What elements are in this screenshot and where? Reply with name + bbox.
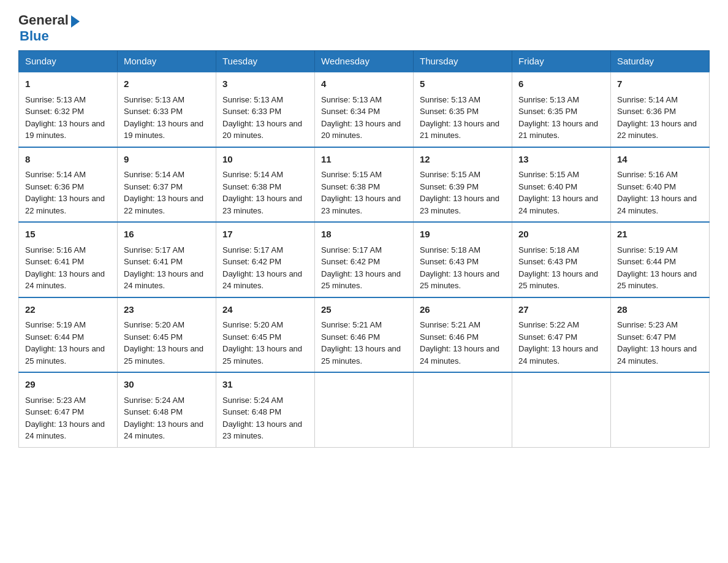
day-sunset: Sunset: 6:43 PM — [420, 257, 479, 266]
day-sunrise: Sunrise: 5:15 AM — [518, 170, 579, 179]
day-number: 4 — [321, 77, 407, 91]
day-number: 15 — [25, 228, 111, 242]
day-daylight: Daylight: 13 hours and 24 minutes. — [222, 269, 302, 291]
day-sunrise: Sunrise: 5:13 AM — [518, 95, 579, 104]
day-sunset: Sunset: 6:45 PM — [124, 332, 183, 342]
day-sunset: Sunset: 6:37 PM — [124, 182, 183, 191]
calendar-day-13: 13 Sunrise: 5:15 AM Sunset: 6:40 PM Dayl… — [512, 147, 611, 223]
logo-blue-text: Blue — [20, 28, 49, 44]
day-sunset: Sunset: 6:43 PM — [518, 257, 577, 266]
calendar-day-31: 31 Sunrise: 5:24 AM Sunset: 6:48 PM Dayl… — [216, 372, 315, 447]
day-daylight: Daylight: 13 hours and 24 minutes. — [25, 269, 105, 291]
day-daylight: Daylight: 13 hours and 25 minutes. — [222, 344, 302, 366]
calendar-day-23: 23 Sunrise: 5:20 AM Sunset: 6:45 PM Dayl… — [118, 297, 216, 373]
day-sunrise: Sunrise: 5:19 AM — [617, 245, 678, 255]
calendar-day-19: 19 Sunrise: 5:18 AM Sunset: 6:43 PM Dayl… — [414, 222, 512, 297]
day-number: 10 — [222, 153, 308, 167]
calendar-day-2: 2 Sunrise: 5:13 AM Sunset: 6:33 PM Dayli… — [118, 72, 216, 147]
day-number: 18 — [321, 228, 407, 242]
day-sunset: Sunset: 6:45 PM — [222, 332, 281, 342]
day-daylight: Daylight: 13 hours and 25 minutes. — [617, 269, 697, 291]
day-number: 23 — [124, 303, 210, 317]
day-number: 29 — [25, 378, 111, 392]
calendar-day-18: 18 Sunrise: 5:17 AM Sunset: 6:42 PM Dayl… — [315, 222, 414, 297]
day-daylight: Daylight: 13 hours and 25 minutes. — [124, 344, 203, 366]
day-sunset: Sunset: 6:40 PM — [518, 182, 577, 191]
calendar-day-10: 10 Sunrise: 5:14 AM Sunset: 6:38 PM Dayl… — [216, 147, 315, 223]
calendar-day-28: 28 Sunrise: 5:23 AM Sunset: 6:47 PM Dayl… — [611, 297, 710, 373]
day-sunrise: Sunrise: 5:18 AM — [518, 245, 579, 255]
day-daylight: Daylight: 13 hours and 24 minutes. — [617, 194, 697, 215]
day-sunrise: Sunrise: 5:13 AM — [321, 95, 382, 104]
day-number: 3 — [222, 77, 308, 91]
day-sunset: Sunset: 6:41 PM — [124, 257, 183, 266]
day-sunset: Sunset: 6:47 PM — [518, 332, 577, 342]
day-number: 7 — [617, 77, 703, 91]
day-number: 8 — [25, 153, 111, 167]
day-daylight: Daylight: 13 hours and 24 minutes. — [617, 344, 697, 366]
day-number: 27 — [518, 303, 604, 317]
day-sunrise: Sunrise: 5:15 AM — [321, 170, 382, 179]
calendar-header-friday: Friday — [512, 51, 611, 72]
day-number: 5 — [420, 77, 506, 91]
day-daylight: Daylight: 13 hours and 19 minutes. — [25, 119, 105, 140]
day-sunrise: Sunrise: 5:16 AM — [25, 245, 86, 255]
day-daylight: Daylight: 13 hours and 19 minutes. — [124, 119, 203, 140]
day-sunset: Sunset: 6:39 PM — [420, 182, 479, 191]
day-sunset: Sunset: 6:48 PM — [222, 407, 281, 416]
day-sunrise: Sunrise: 5:13 AM — [222, 95, 283, 104]
day-number: 9 — [124, 153, 210, 167]
day-sunrise: Sunrise: 5:24 AM — [222, 396, 283, 405]
logo: General Blue — [18, 12, 80, 44]
calendar-day-3: 3 Sunrise: 5:13 AM Sunset: 6:33 PM Dayli… — [216, 72, 315, 147]
day-daylight: Daylight: 13 hours and 25 minutes. — [420, 269, 499, 291]
calendar-day-12: 12 Sunrise: 5:15 AM Sunset: 6:39 PM Dayl… — [414, 147, 512, 223]
day-sunrise: Sunrise: 5:23 AM — [25, 396, 86, 405]
day-number: 2 — [124, 77, 210, 91]
day-number: 31 — [222, 378, 308, 392]
calendar-week-row-5: 29 Sunrise: 5:23 AM Sunset: 6:47 PM Dayl… — [19, 372, 710, 447]
day-sunset: Sunset: 6:42 PM — [321, 257, 380, 266]
calendar-header-wednesday: Wednesday — [315, 51, 414, 72]
day-sunset: Sunset: 6:33 PM — [222, 107, 281, 116]
day-daylight: Daylight: 13 hours and 24 minutes. — [124, 269, 203, 291]
day-sunrise: Sunrise: 5:21 AM — [321, 320, 382, 329]
day-daylight: Daylight: 13 hours and 25 minutes. — [321, 344, 401, 366]
day-sunrise: Sunrise: 5:14 AM — [617, 95, 678, 104]
calendar-header-saturday: Saturday — [611, 51, 710, 72]
day-sunset: Sunset: 6:34 PM — [321, 107, 380, 116]
day-number: 26 — [420, 303, 506, 317]
day-sunrise: Sunrise: 5:21 AM — [420, 320, 480, 329]
day-daylight: Daylight: 13 hours and 23 minutes. — [222, 419, 302, 441]
day-sunset: Sunset: 6:44 PM — [617, 257, 676, 266]
calendar-day-21: 21 Sunrise: 5:19 AM Sunset: 6:44 PM Dayl… — [611, 222, 710, 297]
day-sunrise: Sunrise: 5:17 AM — [321, 245, 382, 255]
day-number: 13 — [518, 153, 604, 167]
calendar-day-30: 30 Sunrise: 5:24 AM Sunset: 6:48 PM Dayl… — [118, 372, 216, 447]
day-number: 24 — [222, 303, 308, 317]
calendar-day-empty — [512, 372, 611, 447]
calendar-day-14: 14 Sunrise: 5:16 AM Sunset: 6:40 PM Dayl… — [611, 147, 710, 223]
day-sunrise: Sunrise: 5:15 AM — [420, 170, 480, 179]
calendar-week-row-1: 1 Sunrise: 5:13 AM Sunset: 6:32 PM Dayli… — [19, 72, 710, 147]
day-sunrise: Sunrise: 5:17 AM — [222, 245, 283, 255]
calendar-day-20: 20 Sunrise: 5:18 AM Sunset: 6:43 PM Dayl… — [512, 222, 611, 297]
day-daylight: Daylight: 13 hours and 23 minutes. — [222, 194, 302, 215]
calendar-day-16: 16 Sunrise: 5:17 AM Sunset: 6:41 PM Dayl… — [118, 222, 216, 297]
day-sunset: Sunset: 6:38 PM — [321, 182, 380, 191]
calendar-day-9: 9 Sunrise: 5:14 AM Sunset: 6:37 PM Dayli… — [118, 147, 216, 223]
logo-general-text: General — [18, 12, 69, 28]
day-daylight: Daylight: 13 hours and 24 minutes. — [518, 194, 598, 215]
day-sunrise: Sunrise: 5:13 AM — [420, 95, 480, 104]
calendar-day-15: 15 Sunrise: 5:16 AM Sunset: 6:41 PM Dayl… — [19, 222, 118, 297]
day-sunset: Sunset: 6:44 PM — [25, 332, 84, 342]
day-sunset: Sunset: 6:48 PM — [124, 407, 183, 416]
day-sunrise: Sunrise: 5:18 AM — [420, 245, 480, 255]
day-sunrise: Sunrise: 5:13 AM — [25, 95, 86, 104]
calendar-day-empty — [414, 372, 512, 447]
day-sunset: Sunset: 6:35 PM — [518, 107, 577, 116]
calendar-day-8: 8 Sunrise: 5:14 AM Sunset: 6:36 PM Dayli… — [19, 147, 118, 223]
day-number: 16 — [124, 228, 210, 242]
calendar-day-4: 4 Sunrise: 5:13 AM Sunset: 6:34 PM Dayli… — [315, 72, 414, 147]
page-header: General Blue — [18, 12, 710, 44]
